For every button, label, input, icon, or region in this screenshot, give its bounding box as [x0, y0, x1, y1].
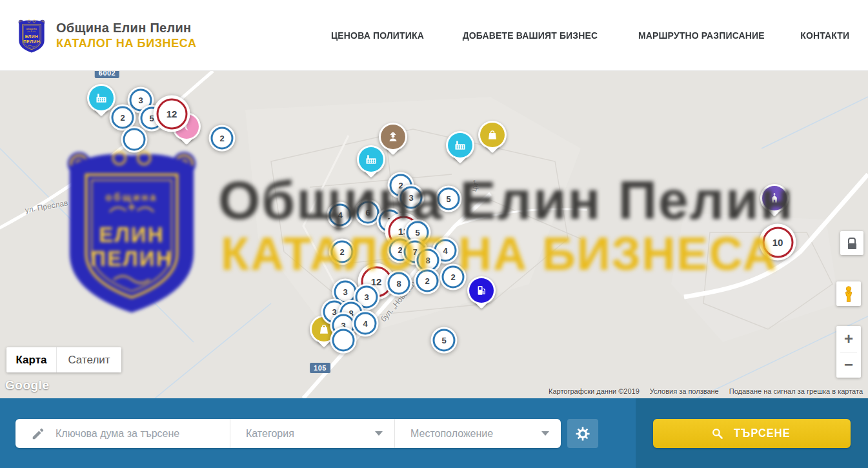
- map-marker-cluster[interactable]: 2: [414, 268, 441, 294]
- map-clusters-layer: 3251222354671352274822128333834510: [0, 71, 868, 398]
- cluster-count: 12: [156, 98, 187, 129]
- cluster-count: 2: [211, 127, 234, 150]
- map-marker-cluster[interactable]: 2: [209, 125, 236, 152]
- search-bar: ТЪРСЕНЕ Категория Местоположение: [0, 398, 868, 468]
- location-select[interactable]: Местоположение: [394, 419, 561, 448]
- cluster-count: 2: [112, 107, 134, 129]
- pencil-icon: [31, 427, 45, 441]
- map-marker-cluster[interactable]: 5: [436, 186, 462, 212]
- map-marker-cluster[interactable]: 4: [327, 202, 354, 229]
- keyword-input[interactable]: [54, 427, 218, 440]
- map-canvas[interactable]: 6002105ул. Преславбул. „Новоселци“ 32512…: [0, 71, 868, 398]
- svg-text:община: община: [26, 28, 37, 30]
- page: община ЕЛИН ПЕЛИН Община Елин Пелин КАТА…: [0, 0, 868, 468]
- map-marker-cluster[interactable]: 10: [760, 224, 796, 261]
- municipality-crest-icon: община ЕЛИН ПЕЛИН: [16, 17, 47, 54]
- zoom-control: + −: [836, 326, 861, 378]
- keyword-field: [15, 419, 230, 448]
- site-title: Община Елин Пелин: [56, 21, 197, 36]
- site-subtitle: КАТАЛОГ НА БИЗНЕСА: [56, 37, 197, 50]
- zoom-in-button[interactable]: +: [836, 326, 861, 352]
- brand-logo[interactable]: община ЕЛИН ПЕЛИН Община Елин Пелин КАТА…: [16, 17, 197, 54]
- gear-icon: [575, 426, 590, 442]
- map-marker-cluster[interactable]: 5: [431, 327, 458, 354]
- svg-text:ПЕЛИН: ПЕЛИН: [23, 39, 40, 43]
- cluster-count: 4: [354, 312, 377, 335]
- category-select[interactable]: Категория: [230, 419, 394, 448]
- cluster-count: 2: [442, 266, 465, 289]
- search-filters-group: Категория Местоположение: [15, 419, 561, 448]
- map-marker-cluster[interactable]: 12: [154, 96, 190, 132]
- map-marker-cluster[interactable]: [121, 127, 148, 153]
- pegman-icon: [840, 285, 857, 303]
- cluster-count: 4: [329, 204, 352, 227]
- cluster-count: [123, 128, 146, 151]
- attribution-copyright: Картографски данни ©2019: [549, 387, 640, 395]
- map-marker-cluster[interactable]: 2: [329, 239, 356, 265]
- cluster-count: [332, 329, 355, 352]
- map-type-control: Карта Сателит: [6, 347, 121, 372]
- street-view-pegman-button[interactable]: [836, 281, 861, 306]
- map-attribution: Картографски данни ©2019 Условия за полз…: [549, 387, 863, 395]
- cluster-count: 10: [762, 227, 793, 258]
- google-logo[interactable]: Google: [5, 378, 49, 392]
- search-bar-right-panel: ТЪРСЕНЕ: [636, 398, 868, 468]
- cluster-count: 3: [400, 187, 423, 209]
- map-marker-cluster[interactable]: 2: [440, 264, 467, 290]
- search-icon: [711, 427, 723, 440]
- zoom-out-button[interactable]: −: [836, 352, 861, 378]
- map-marker-cluster[interactable]: 3: [398, 185, 425, 211]
- map-marker-cluster[interactable]: 4: [352, 310, 379, 337]
- main-nav: ЦЕНОВА ПОЛИТИКА ДОБАВЕТЕ ВАШИЯТ БИЗНЕС М…: [326, 30, 852, 41]
- map-type-satellite-button[interactable]: Сателит: [57, 347, 121, 372]
- cluster-count: 8: [388, 272, 410, 295]
- lock-icon: [848, 238, 856, 243]
- terms-link[interactable]: Условия за ползване: [650, 387, 719, 395]
- chevron-down-icon: [541, 431, 549, 436]
- header: община ЕЛИН ПЕЛИН Община Елин Пелин КАТА…: [0, 0, 868, 71]
- map-marker-cluster[interactable]: 8: [386, 270, 412, 297]
- lock-button[interactable]: [840, 231, 863, 255]
- nav-item-schedule[interactable]: МАРШРУТНО РАЗПИСАНИЕ: [631, 30, 772, 41]
- search-button[interactable]: ТЪРСЕНЕ: [653, 419, 851, 448]
- cluster-count: 2: [416, 270, 439, 292]
- nav-item-contacts[interactable]: КОНТАКТИ: [798, 30, 852, 41]
- cluster-count: 6: [357, 201, 379, 224]
- cluster-count: 5: [433, 329, 456, 352]
- settings-button[interactable]: [567, 419, 598, 448]
- nav-item-add-business[interactable]: ДОБАВЕТЕ ВАШИЯТ БИЗНЕС: [455, 30, 605, 41]
- map-marker-cluster[interactable]: [330, 327, 357, 354]
- report-map-error-link[interactable]: Подаване на сигнал за грешка в картата: [729, 387, 863, 395]
- svg-text:ЕЛИН: ЕЛИН: [25, 34, 39, 39]
- nav-item-pricing[interactable]: ЦЕНОВА ПОЛИТИКА: [326, 30, 429, 41]
- map-type-map-button[interactable]: Карта: [6, 347, 57, 372]
- cluster-count: 5: [438, 188, 460, 210]
- chevron-down-icon: [375, 431, 383, 436]
- cluster-count: 2: [331, 241, 354, 263]
